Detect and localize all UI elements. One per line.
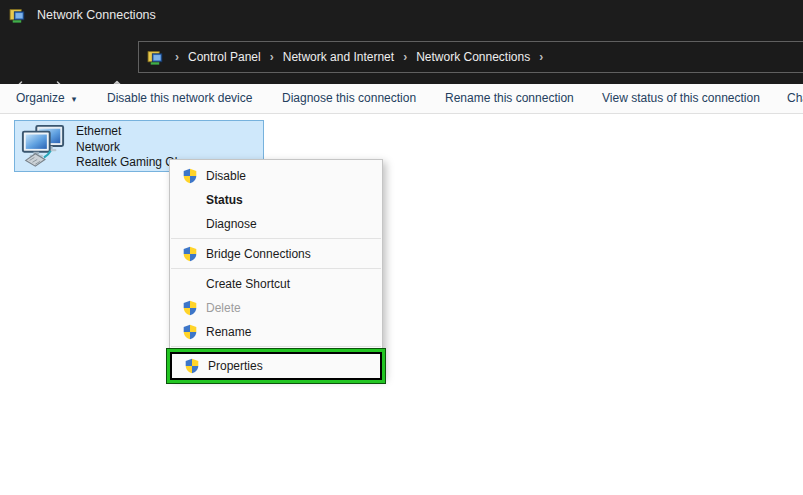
menu-item-label: Disable (206, 169, 246, 183)
uac-shield-icon (182, 246, 198, 262)
connection-device: Realtek Gaming Gb (76, 155, 181, 171)
breadcrumb-separator-icon (266, 50, 278, 64)
menu-separator (171, 346, 381, 347)
ethernet-adapter-icon (20, 123, 66, 169)
uac-shield-icon (182, 168, 198, 184)
menu-item-bridge-connections[interactable]: Bridge Connections (170, 242, 382, 266)
toolbar-change-settings-connection[interactable]: Change settings of this connection (787, 84, 803, 114)
network-connections-icon (9, 7, 26, 24)
menu-item-properties[interactable]: Properties (172, 354, 380, 378)
toolbar-diagnose-connection[interactable]: Diagnose this connection (282, 84, 416, 114)
annotation-inner-border: Properties (170, 352, 382, 380)
menu-item-label: Delete (206, 301, 241, 315)
command-bar: Organize Disable this network device Dia… (0, 84, 803, 114)
breadcrumb-network-and-internet[interactable]: Network and Internet (278, 50, 399, 64)
breadcrumb-location-icon (147, 49, 164, 66)
menu-item-label: Create Shortcut (206, 277, 290, 291)
window-title: Network Connections (37, 8, 156, 22)
uac-shield-icon (184, 358, 200, 374)
menu-item-label: Bridge Connections (206, 247, 311, 261)
network-connections-window: Network Connections Control Pane (0, 0, 803, 495)
organize-label: Organize (16, 91, 65, 105)
connection-info: Ethernet Network Realtek Gaming Gb (76, 121, 181, 171)
menu-separator (171, 238, 381, 239)
menu-item-diagnose[interactable]: Diagnose (170, 212, 382, 236)
organize-menu-button[interactable]: Organize (16, 84, 76, 114)
toolbar-rename-connection[interactable]: Rename this connection (445, 84, 574, 114)
menu-item-label: Diagnose (206, 217, 257, 231)
title-bar: Network Connections (0, 0, 803, 30)
annotation-highlight: Properties (166, 348, 386, 384)
menu-item-label: Properties (208, 359, 263, 373)
connection-name: Ethernet (76, 124, 181, 140)
menu-item-delete: Delete (170, 296, 382, 320)
chevron-down-icon (72, 94, 77, 104)
breadcrumb-separator-icon (399, 50, 411, 64)
menu-item-rename[interactable]: Rename (170, 320, 382, 344)
address-bar[interactable]: Control Panel Network and Internet Netwo… (138, 41, 803, 73)
breadcrumb-separator-icon (535, 50, 547, 64)
breadcrumb-separator-icon (171, 50, 183, 64)
context-menu: Disable Status Diagnose Bridge Connectio… (169, 159, 383, 378)
breadcrumb-control-panel[interactable]: Control Panel (183, 50, 266, 64)
toolbar-view-status-connection[interactable]: View status of this connection (602, 84, 760, 114)
menu-item-disable[interactable]: Disable (170, 164, 382, 188)
menu-separator (171, 268, 381, 269)
uac-shield-icon (182, 300, 198, 316)
breadcrumb-network-connections[interactable]: Network Connections (411, 50, 535, 64)
menu-item-status[interactable]: Status (170, 188, 382, 212)
connection-status: Network (76, 140, 181, 156)
menu-item-create-shortcut[interactable]: Create Shortcut (170, 272, 382, 296)
uac-shield-icon (182, 324, 198, 340)
toolbar-disable-network-device[interactable]: Disable this network device (107, 84, 252, 114)
menu-item-label: Status (206, 193, 243, 207)
menu-item-label: Rename (206, 325, 251, 339)
navigation-bar: Control Panel Network and Internet Netwo… (0, 30, 803, 84)
connections-list: Ethernet Network Realtek Gaming Gb (0, 114, 803, 495)
